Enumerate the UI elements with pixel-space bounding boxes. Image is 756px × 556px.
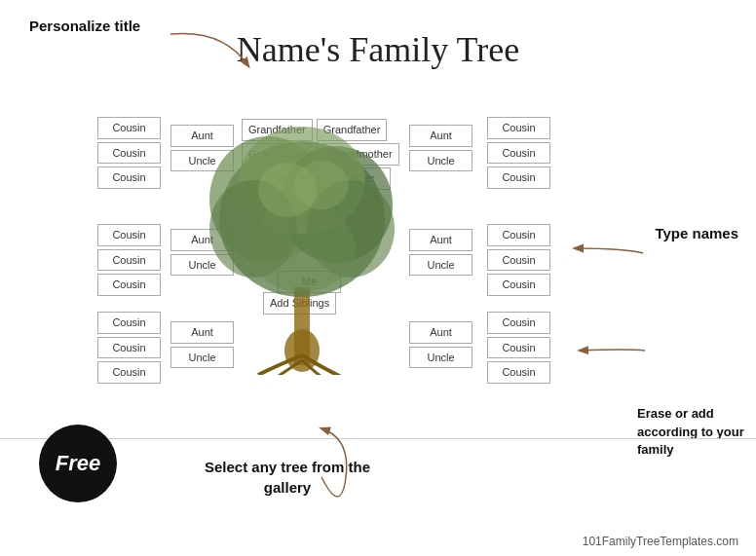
right-aunt-bot-1: Aunt [409,321,472,344]
right-cousin-top-2: Cousin [487,142,550,165]
right-aunt-mid-group: Aunt Uncle [409,229,472,276]
father: Father [327,167,391,190]
left-cousin-mid-2: Cousin [97,249,161,272]
left-uncle-top-1: Uncle [170,150,234,172]
annotation-gallery: Select any tree from the gallery [190,457,385,498]
svg-point-0 [284,329,320,372]
right-cousins-bot-group: Cousin Cousin Cousin [487,312,550,384]
free-badge: Free [39,425,117,502]
grandmother-2: Grandmother [322,143,399,166]
left-cousins-top-group: Cousin Cousin Cousin [97,117,161,189]
annotation-personalize: Personalize title [29,18,140,34]
parents-row: Mother Father [260,167,391,190]
left-cousin-bot-2: Cousin [97,337,161,359]
siblings-box: Add Siblings [263,292,336,315]
right-cousins-top-group: Cousin Cousin Cousin [487,117,550,189]
left-uncle-mid-1: Uncle [170,254,234,277]
family-tree-title: Name's Family Tree [237,29,519,70]
right-cousin-bot-1: Cousin [487,312,550,334]
left-cousins-mid-group: Cousin Cousin Cousin [97,224,161,296]
left-aunt-top-1: Aunt [170,125,234,147]
left-cousin-bot-1: Cousin [97,312,161,334]
annotation-type-names: Type names [655,224,738,243]
grandmother-1: Grandmother [242,143,319,166]
left-uncle-bot-1: Uncle [170,347,234,369]
title-area: Name's Family Tree [237,29,519,70]
right-aunt-bot-group: Aunt Uncle [409,321,472,368]
me-box: Me [278,271,341,293]
me-label: Me [278,271,341,293]
mother: Mother [260,167,323,190]
left-cousins-bot-group: Cousin Cousin Cousin [97,312,161,384]
free-label: Free [56,451,100,476]
right-cousins-mid-group: Cousin Cousin Cousin [487,224,550,296]
divider-line [0,438,756,439]
right-cousin-bot-3: Cousin [487,361,550,384]
left-cousin-mid-1: Cousin [97,224,161,246]
right-aunt-top-group: Aunt Uncle [409,125,472,171]
annotation-erase: Erase or add according to your family [637,405,744,459]
right-uncle-top-1: Uncle [409,150,472,172]
right-cousin-mid-1: Cousin [487,224,550,246]
right-uncle-bot-1: Uncle [409,347,472,369]
right-aunt-mid-1: Aunt [409,229,472,251]
right-uncle-mid-1: Uncle [409,254,472,277]
main-container: Personalize title Name's Family Tree Cou… [0,0,756,556]
right-cousin-mid-2: Cousin [487,249,550,272]
grandfather-2: Grandfather [317,119,388,141]
left-aunt-bot-1: Aunt [170,321,234,344]
siblings-label: Add Siblings [263,292,336,315]
grandfather-1: Grandfather [242,119,313,141]
svg-point-7 [307,180,395,278]
left-aunt-mid-group: Aunt Uncle [170,229,234,276]
left-cousin-bot-3: Cousin [97,361,161,384]
left-cousin-top-1: Cousin [97,117,161,139]
grandmothers-row: Grandmother Grandmother [242,143,399,166]
website-url: 101FamilyTreeTemplates.com [583,535,738,548]
right-cousin-top-3: Cousin [487,167,550,189]
left-aunt-bot-group: Aunt Uncle [170,321,234,368]
left-cousin-top-3: Cousin [97,167,161,189]
right-cousin-mid-3: Cousin [487,274,550,296]
right-cousin-bot-2: Cousin [487,337,550,359]
right-aunt-top-1: Aunt [409,125,472,147]
grandparents-row: Grandfather Grandfather [242,119,387,141]
left-cousin-top-2: Cousin [97,142,161,165]
left-cousin-mid-3: Cousin [97,274,161,296]
right-cousin-top-1: Cousin [487,117,550,139]
left-aunt-mid-1: Aunt [170,229,234,251]
left-aunt-top-group: Aunt Uncle [170,125,234,171]
